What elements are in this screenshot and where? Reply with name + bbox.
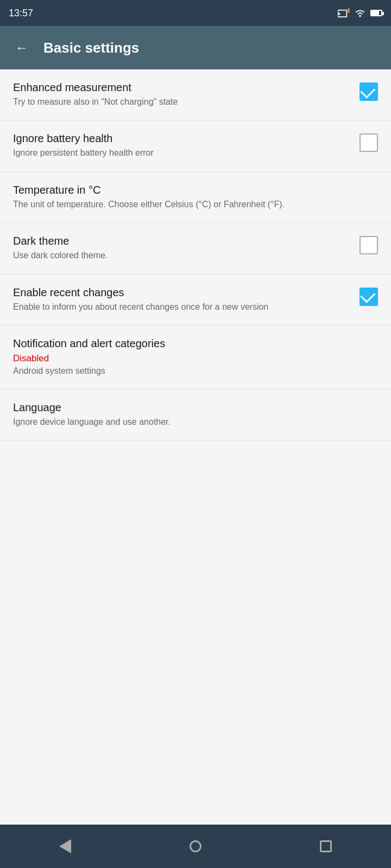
setting-text-enhanced-measurement: Enhanced measurementTry to measure also … [13,81,360,108]
setting-subtitle-language: Ignore device language and use another. [13,416,369,428]
setting-title-ignore-battery-health: Ignore battery health [13,132,351,145]
setting-text-language: LanguageIgnore device language and use a… [13,401,378,428]
setting-text-notification-alert-categories: Notification and alert categoriesDisable… [13,337,378,377]
setting-text-dark-theme: Dark themeUse dark colored theme. [13,235,360,261]
svg-point-2 [359,15,361,17]
nav-recents-button[interactable] [304,834,348,859]
setting-item-enhanced-measurement[interactable]: Enhanced measurementTry to measure also … [0,69,391,120]
app-bar-title: Basic settings [43,40,139,56]
setting-subtitle-notification-alert-categories: Android system settings [13,365,369,377]
back-button[interactable]: ← [11,36,33,60]
setting-item-dark-theme[interactable]: Dark themeUse dark colored theme. [0,223,391,274]
nav-bar [0,825,391,868]
setting-title-dark-theme: Dark theme [13,235,351,247]
setting-item-enable-recent-changes[interactable]: Enable recent changesEnable to inform yo… [0,275,391,326]
setting-text-enable-recent-changes: Enable recent changesEnable to inform yo… [13,286,360,313]
setting-item-notification-alert-categories[interactable]: Notification and alert categoriesDisable… [0,326,391,390]
setting-text-temperature-unit: Temperature in °CThe unit of temperature… [13,184,378,210]
status-icons [338,8,382,18]
setting-checkbox-ignore-battery-health[interactable] [360,133,378,152]
app-bar: ← Basic settings [0,26,391,69]
setting-checkbox-enhanced-measurement[interactable] [360,82,378,101]
setting-checkbox-dark-theme[interactable] [360,236,378,254]
setting-title-enable-recent-changes: Enable recent changes [13,286,351,299]
setting-title-language: Language [13,401,369,414]
setting-subtitle-ignore-battery-health: Ignore persistent battery health error [13,147,351,159]
cast-icon [338,8,350,18]
settings-list: Enhanced measurementTry to measure also … [0,69,391,868]
setting-item-ignore-battery-health[interactable]: Ignore battery healthIgnore persistent b… [0,120,391,171]
setting-subtitle-enhanced-measurement: Try to measure also in "Not charging" st… [13,96,351,108]
status-bar: 13:57 [0,0,391,26]
svg-rect-1 [348,8,350,13]
setting-item-language[interactable]: LanguageIgnore device language and use a… [0,390,391,441]
nav-home-button[interactable] [173,834,218,859]
setting-checkbox-enable-recent-changes[interactable] [360,288,378,306]
setting-status-notification-alert-categories: Disabled [13,352,369,365]
status-time: 13:57 [9,8,33,19]
setting-item-temperature-unit[interactable]: Temperature in °CThe unit of temperature… [0,172,391,223]
setting-subtitle-enable-recent-changes: Enable to inform you about recent change… [13,301,351,313]
nav-back-button[interactable] [43,833,87,860]
setting-subtitle-dark-theme: Use dark colored theme. [13,250,351,261]
wifi-icon [354,8,366,18]
setting-title-enhanced-measurement: Enhanced measurement [13,81,351,94]
setting-subtitle-temperature-unit: The unit of temperature. Choose either C… [13,199,369,210]
setting-title-temperature-unit: Temperature in °C [13,184,369,196]
battery-icon [370,10,382,16]
setting-title-notification-alert-categories: Notification and alert categories [13,337,369,350]
setting-text-ignore-battery-health: Ignore battery healthIgnore persistent b… [13,132,360,159]
